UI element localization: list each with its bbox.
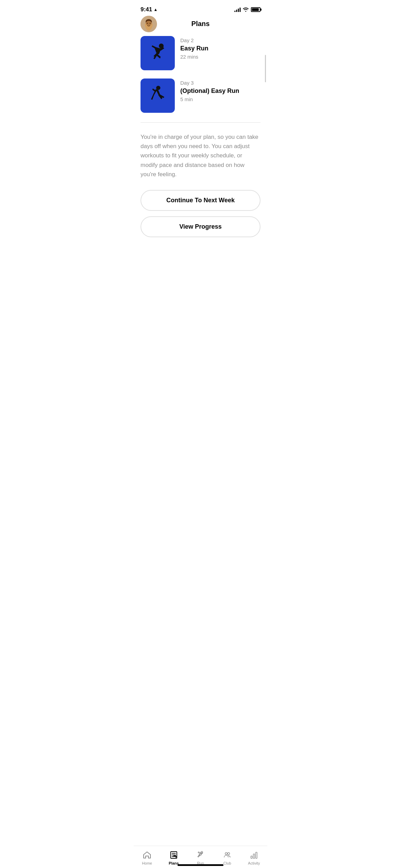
workout-info-day2: Day 2 Easy Run 22 mins — [180, 36, 260, 60]
workout-name-day2: Easy Run — [180, 45, 260, 52]
view-progress-button[interactable]: View Progress — [141, 216, 260, 237]
wifi-icon — [243, 7, 249, 13]
svg-point-3 — [150, 23, 151, 24]
action-buttons-container: Continue To Next Week View Progress — [141, 190, 260, 248]
page-header: Plans — [134, 17, 267, 32]
status-bar: 9:41 ▲ — [134, 0, 267, 17]
workout-thumbnail-day3 — [141, 79, 175, 113]
workout-duration-day2: 22 mins — [180, 54, 260, 60]
battery-icon — [251, 7, 260, 12]
signal-bars-icon — [234, 7, 241, 12]
continue-next-week-button[interactable]: Continue To Next Week — [141, 190, 260, 211]
plan-description: You're in charge of your plan, so you ca… — [141, 128, 260, 190]
svg-point-2 — [147, 23, 148, 24]
workout-day-2: Day 2 — [180, 37, 260, 43]
page-title: Plans — [191, 20, 209, 28]
status-icons — [234, 7, 260, 13]
workout-duration-day3: 5 min — [180, 96, 260, 102]
avatar[interactable] — [141, 16, 157, 32]
workout-info-day3: Day 3 (Optional) Easy Run 5 min — [180, 79, 260, 102]
svg-point-5 — [156, 86, 160, 90]
workout-thumbnail-day2 — [141, 36, 175, 70]
status-time: 9:41 ▲ — [141, 6, 158, 13]
main-content: Day 2 Easy Run 22 mins Day 3 (Optional) … — [134, 32, 267, 282]
workout-day-3: Day 3 — [180, 80, 260, 86]
section-divider — [141, 122, 260, 123]
workout-name-day3: (Optional) Easy Run — [180, 87, 260, 95]
location-icon: ▲ — [154, 7, 158, 12]
workout-card-day3[interactable]: Day 3 (Optional) Easy Run 5 min — [141, 74, 260, 117]
workout-card-day2[interactable]: Day 2 Easy Run 22 mins — [141, 32, 260, 74]
scroll-indicator — [265, 55, 266, 82]
